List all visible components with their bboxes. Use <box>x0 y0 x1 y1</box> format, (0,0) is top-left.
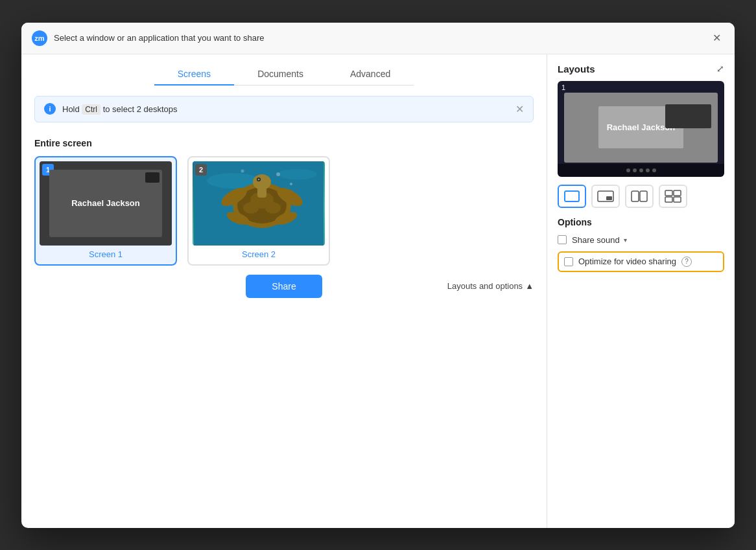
optimize-video-checkbox[interactable] <box>564 257 573 266</box>
share-button[interactable]: Share <box>246 275 322 298</box>
screen-card-2[interactable]: 2 <box>187 156 330 266</box>
tab-documents[interactable]: Documents <box>234 63 327 86</box>
screen-2-badge: 2 <box>195 164 207 176</box>
info-icon: i <box>44 103 56 115</box>
pip-layout-icon <box>597 190 614 203</box>
zoom-logo: zm <box>32 30 47 46</box>
screens-grid: 1 Rachael Jackson Screen 1 2 <box>21 156 547 266</box>
screen-1-label: Screen 1 <box>40 246 172 260</box>
single-layout-icon <box>563 190 580 203</box>
svg-rect-27 <box>674 197 681 202</box>
svg-point-2 <box>278 169 317 179</box>
side-layout-icon <box>631 190 648 203</box>
main-bottom: Share Layouts and options ▲ <box>21 266 547 307</box>
layout-gallery-button[interactable] <box>659 185 687 208</box>
screen-card-1[interactable]: 1 Rachael Jackson Screen 1 <box>34 156 177 266</box>
share-screen-dialog: zm Select a window or an application tha… <box>21 23 735 528</box>
svg-point-10 <box>258 178 260 180</box>
tabs-container: Screens Documents Advanced <box>154 63 414 86</box>
svg-point-16 <box>276 172 280 176</box>
expand-icon[interactable]: ⤢ <box>716 63 724 74</box>
right-panel: Layouts ⤢ 1 Rachael Jackson <box>547 54 735 528</box>
info-banner: i Hold Ctrl to select 2 desktops ✕ <box>34 96 534 122</box>
layout-pip-button[interactable] <box>591 185 620 208</box>
share-sound-label: Share sound <box>572 235 620 245</box>
svg-rect-24 <box>665 190 672 196</box>
screen-preview-1: 1 Rachael Jackson <box>40 161 172 246</box>
layout-preview-box: 1 Rachael Jackson <box>558 81 724 177</box>
svg-rect-25 <box>674 190 681 196</box>
main-panel: Screens Documents Advanced i Hold Ctrl t… <box>21 54 547 528</box>
svg-point-7 <box>265 202 281 214</box>
layout-single-button[interactable] <box>558 185 586 208</box>
share-sound-checkbox[interactable] <box>558 235 567 244</box>
share-sound-row: Share sound ▾ <box>558 234 724 246</box>
screen-2-label: Screen 2 <box>193 246 325 260</box>
svg-point-17 <box>290 183 292 185</box>
svg-rect-19 <box>565 191 579 201</box>
svg-rect-23 <box>640 191 647 201</box>
optimize-video-row: Optimize for video sharing ? <box>558 251 724 272</box>
layout-preview-inner: Rachael Jackson <box>564 93 718 163</box>
share-sound-dropdown[interactable]: ▾ <box>624 236 627 244</box>
gallery-layout-icon <box>665 190 681 203</box>
svg-rect-26 <box>665 197 672 202</box>
content-area: Screens Documents Advanced i Hold Ctrl t… <box>21 54 735 528</box>
screen-1-inner: Rachael Jackson <box>49 170 161 237</box>
layout-bottom-bar <box>558 164 724 177</box>
close-button[interactable]: ✕ <box>709 30 724 46</box>
tab-advanced[interactable]: Advanced <box>327 63 414 86</box>
layout-dark-box <box>665 104 711 129</box>
layout-side-button[interactable] <box>625 185 654 208</box>
options-title: Options <box>558 217 724 227</box>
turtle-image <box>193 161 325 246</box>
layout-icons <box>558 185 724 208</box>
layouts-title: Layouts <box>558 63 595 74</box>
tabs-wrapper: Screens Documents Advanced <box>21 63 547 86</box>
info-text: Hold Ctrl to select 2 desktops <box>62 104 509 114</box>
dialog-title: Select a window or an application that y… <box>54 33 702 43</box>
layouts-header: Layouts ⤢ <box>558 63 724 74</box>
layout-preview-number: 1 <box>561 84 565 91</box>
svg-point-6 <box>243 202 259 214</box>
svg-rect-22 <box>632 191 639 201</box>
ctrl-key: Ctrl <box>82 104 100 115</box>
help-icon[interactable]: ? <box>681 257 692 267</box>
title-bar: zm Select a window or an application tha… <box>21 23 735 54</box>
svg-rect-15 <box>257 186 266 198</box>
section-title: Entire screen <box>34 138 534 148</box>
screen-preview-2: 2 <box>193 161 325 246</box>
options-section: Options Share sound ▾ Optimize for video… <box>558 217 724 277</box>
layouts-options-toggle[interactable]: Layouts and options ▲ <box>447 281 534 291</box>
screen-1-name: Rachael Jackson <box>71 198 140 208</box>
info-close-button[interactable]: ✕ <box>515 103 524 115</box>
svg-rect-21 <box>606 196 612 200</box>
optimize-video-label: Optimize for video sharing <box>578 257 676 266</box>
tab-screens[interactable]: Screens <box>154 63 234 86</box>
chevron-up-icon: ▲ <box>525 281 534 291</box>
svg-point-18 <box>241 169 244 172</box>
